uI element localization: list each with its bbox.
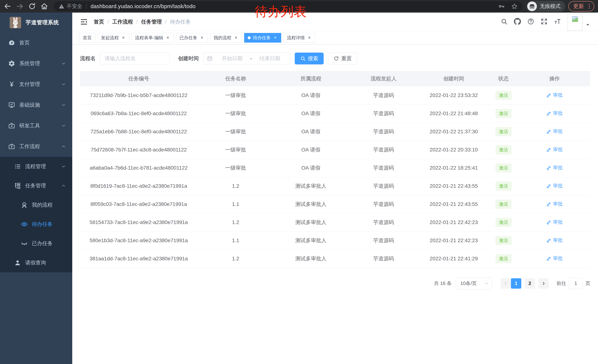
next-page-button[interactable] bbox=[538, 278, 549, 289]
avatar-caret-icon[interactable] bbox=[585, 22, 590, 27]
not-secure-warning-icon[interactable] bbox=[58, 3, 65, 9]
sidebar-item-system-management[interactable]: 系统管理 bbox=[0, 53, 72, 74]
approve-link[interactable]: 审批 bbox=[546, 146, 563, 153]
browser-menu-icon[interactable] bbox=[586, 3, 592, 9]
sidebar-item-payment-management[interactable]: 支付管理 bbox=[0, 74, 72, 95]
help-icon[interactable] bbox=[527, 18, 534, 25]
approve-link[interactable]: 审批 bbox=[546, 183, 563, 189]
bookmark-star-icon[interactable] bbox=[511, 3, 518, 10]
cell-task-name: 一级审批 bbox=[197, 86, 274, 105]
avatar[interactable] bbox=[568, 14, 582, 31]
search-button[interactable]: 搜索 bbox=[295, 53, 324, 65]
prev-page-button[interactable] bbox=[500, 278, 511, 289]
sidebar-item-home[interactable]: 首页 bbox=[0, 32, 72, 53]
cell-task-name: 一级审批 bbox=[197, 141, 274, 159]
reset-button[interactable]: 重置 bbox=[328, 53, 357, 65]
key-icon[interactable] bbox=[498, 3, 505, 10]
browser-reload-icon[interactable] bbox=[28, 2, 36, 10]
browser-forward-icon[interactable] bbox=[16, 2, 24, 10]
page-button-2[interactable]: 2 bbox=[525, 278, 535, 289]
approve-link[interactable]: 审批 bbox=[546, 255, 563, 262]
search-button-label: 搜索 bbox=[308, 55, 318, 62]
end-date-placeholder[interactable]: 结束日期 bbox=[253, 55, 287, 62]
list-tree-icon bbox=[14, 163, 21, 170]
tab-process-form-edit[interactable]: 流程表单-编辑× bbox=[132, 33, 174, 43]
range-separator: - bbox=[250, 56, 252, 61]
pager: 12 bbox=[500, 278, 549, 289]
sidebar-item-process-management[interactable]: 流程管理 bbox=[0, 157, 72, 176]
cell-process: 测试多审批人 bbox=[274, 231, 348, 250]
search-icon[interactable] bbox=[500, 18, 507, 25]
tab-start-process[interactable]: 发起流程× bbox=[98, 33, 129, 43]
cell-starter: 芋道源码 bbox=[348, 86, 419, 105]
breadcrumb-item[interactable]: 首页 bbox=[94, 18, 104, 25]
broken-image-icon bbox=[571, 15, 579, 23]
sidebar-item-done-task[interactable]: 已办任务 bbox=[0, 234, 72, 253]
tab-home[interactable]: 首页 bbox=[79, 33, 95, 43]
cell-task-id: 73211d9d-7b9b-11ec-b5b7-acde48001122 bbox=[80, 86, 197, 105]
page-button-1[interactable]: 1 bbox=[511, 278, 521, 289]
chevron-down-icon bbox=[61, 82, 66, 87]
font-size-icon[interactable] bbox=[554, 18, 561, 25]
org-tree-icon bbox=[14, 182, 21, 189]
approve-link[interactable]: 审批 bbox=[546, 237, 563, 243]
cell-task-name: 1.2 bbox=[197, 213, 274, 231]
table-header-row: 任务编号任务名称所属流程流程发起人创建时间状态操作 bbox=[80, 71, 590, 86]
breadcrumb-item[interactable]: 任务管理 bbox=[141, 18, 162, 25]
process-name-input[interactable] bbox=[100, 53, 169, 65]
url-text[interactable]: dashboard.yudao.iocoder.cn/bpm/task/todo bbox=[91, 3, 196, 9]
cell-task-id: 8f0d1619-7ac8-11ec-a9e2-a2380e71991a bbox=[80, 177, 197, 195]
tab-my-process[interactable]: 我的流程× bbox=[210, 33, 242, 43]
sidebar-item-dev-tools[interactable]: 研发工具 bbox=[0, 115, 72, 136]
column-header: 所属流程 bbox=[274, 71, 348, 86]
address-bar[interactable]: 不安全 dashboard.yudao.iocoder.cn/bpm/task/… bbox=[54, 1, 523, 11]
tab-process-detail[interactable]: 流程详情× bbox=[283, 33, 315, 43]
goto-page-input[interactable] bbox=[569, 278, 583, 289]
approve-link[interactable]: 审批 bbox=[546, 92, 563, 98]
approve-link[interactable]: 审批 bbox=[546, 219, 563, 225]
tab-close-icon[interactable]: × bbox=[121, 35, 126, 40]
cell-process: OA 请假 bbox=[274, 122, 348, 141]
sidebar-item-leave-query[interactable]: 请假查询 bbox=[0, 253, 72, 272]
sidebar-item-infrastructure[interactable]: 基础设施 bbox=[0, 95, 72, 115]
approve-link[interactable]: 审批 bbox=[546, 128, 563, 135]
page-size-select[interactable]: 10条/页 bbox=[456, 277, 492, 289]
tab-close-icon[interactable]: × bbox=[199, 35, 204, 40]
sidebar-logo[interactable]: 芋道管理系统 bbox=[0, 13, 72, 32]
tab-close-icon[interactable]: × bbox=[234, 35, 238, 40]
date-range-picker[interactable]: 开始日期 - 结束日期 bbox=[203, 53, 290, 65]
github-icon[interactable] bbox=[514, 18, 521, 25]
cell-status: 激活 bbox=[488, 231, 519, 250]
security-label[interactable]: 不安全 bbox=[67, 3, 82, 10]
cell-task-name: 1.2 bbox=[197, 177, 274, 195]
start-date-placeholder[interactable]: 开始日期 bbox=[215, 55, 249, 62]
tab-close-icon[interactable]: × bbox=[166, 35, 170, 40]
browser-back-icon[interactable] bbox=[4, 2, 11, 10]
sidebar-item-todo-task[interactable]: 待办任务 bbox=[0, 215, 72, 234]
update-button[interactable]: 更新 bbox=[568, 1, 594, 11]
cell-status: 激活 bbox=[488, 159, 519, 177]
tab-close-icon[interactable]: × bbox=[307, 35, 312, 40]
incognito-label: 无痕模式 bbox=[540, 3, 561, 10]
cell-status: 激活 bbox=[488, 177, 519, 195]
tab-todo-task[interactable]: 待办任务× bbox=[244, 33, 281, 43]
tab-label: 流程详情 bbox=[287, 35, 305, 41]
sidebar-toggle-icon[interactable] bbox=[80, 18, 88, 26]
fullscreen-icon[interactable] bbox=[540, 18, 548, 25]
sidebar-item-workflow[interactable]: 工作流程 bbox=[0, 136, 72, 157]
cell-created: 2022-01-22 23:53:32 bbox=[419, 86, 488, 105]
sidebar-item-task-management[interactable]: 任务管理 bbox=[0, 176, 72, 195]
tab-close-icon[interactable]: × bbox=[273, 35, 278, 40]
breadcrumb-item[interactable]: 工作流程 bbox=[112, 18, 133, 25]
approve-link[interactable]: 审批 bbox=[546, 201, 563, 207]
approve-link[interactable]: 审批 bbox=[546, 110, 563, 116]
browser-home-icon[interactable] bbox=[40, 2, 48, 10]
cell-created: 2022-01-21 22:42:23 bbox=[419, 213, 488, 231]
tab-done-task[interactable]: 已办任务× bbox=[176, 33, 208, 43]
approve-link[interactable]: 审批 bbox=[546, 164, 563, 171]
goto-unit: 页 bbox=[585, 280, 590, 287]
eye-icon bbox=[21, 221, 28, 228]
table-row: 8f059c03-7ac8-11ec-a9e2-a2380e71991a1.1测… bbox=[80, 195, 590, 213]
sidebar-item-my-process[interactable]: 我的流程 bbox=[0, 195, 72, 215]
dashboard-icon bbox=[8, 39, 15, 46]
